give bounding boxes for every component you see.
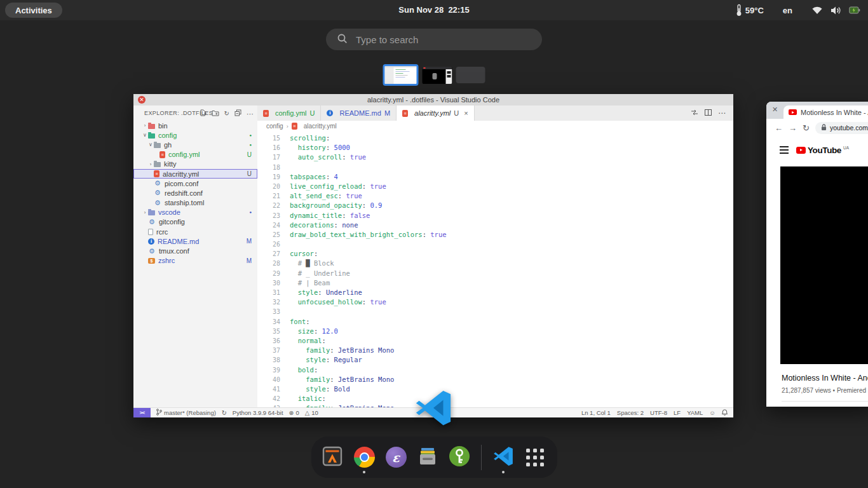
code-editor[interactable]: 15scrolling:16 history: 500017 auto_scro…: [257, 132, 733, 408]
status-item[interactable]: [722, 409, 728, 417]
explorer-item-redshift.conf[interactable]: redshift.conf: [133, 188, 257, 198]
dock-alacritty[interactable]: [321, 446, 344, 469]
breadcrumb-file[interactable]: alacritty.yml: [304, 123, 337, 130]
dock-app-grid[interactable]: [524, 446, 546, 469]
code-line[interactable]: 31 style: Underline: [257, 288, 733, 297]
explorer-item-vscode[interactable]: ›vscode●: [133, 208, 257, 217]
status-item[interactable]: master* (Rebasing): [156, 409, 216, 417]
status-item[interactable]: ☺: [709, 409, 715, 416]
explorer-item-rcrc[interactable]: rcrc: [133, 227, 257, 236]
breadcrumb-folder[interactable]: config: [266, 123, 283, 130]
system-tray[interactable]: 59°C en: [736, 0, 860, 20]
chrome-window[interactable]: ✕ Motionless In White - A ← → ↻ youtube.…: [766, 102, 868, 407]
code-line[interactable]: 34font:: [257, 317, 733, 327]
search-input[interactable]: Type to search: [326, 29, 542, 50]
code-line[interactable]: 27cursor:: [257, 249, 733, 259]
new-folder-icon[interactable]: [212, 110, 219, 118]
more-editor-actions-icon[interactable]: ⋯: [718, 109, 726, 118]
code-line[interactable]: 36 normal:: [257, 336, 733, 346]
explorer-item-zshrc[interactable]: zshrcM: [133, 256, 257, 266]
status-item[interactable]: YAML: [687, 409, 703, 416]
code-line[interactable]: 29 # _ Underline: [257, 269, 733, 278]
explorer-item-alacritty.yml[interactable]: alacritty.ymlU: [133, 169, 257, 179]
hamburger-menu-icon[interactable]: [780, 149, 789, 151]
collapse-folders-icon[interactable]: [234, 109, 241, 118]
code-line[interactable]: 28 # █ Block: [257, 259, 733, 268]
code-line[interactable]: 23dynamic_title: false: [257, 211, 733, 220]
code-line[interactable]: 37 family: JetBrains Mono: [257, 346, 733, 355]
vscode-window[interactable]: alacritty.yml - .dotfiles - Visual Studi…: [133, 94, 733, 417]
code-line[interactable]: 33: [257, 307, 733, 316]
dock-keepassxc[interactable]: [448, 446, 471, 469]
code-line[interactable]: 42 italic:: [257, 394, 733, 403]
address-bar[interactable]: youtube.com/wa: [815, 122, 868, 134]
explorer-item-config[interactable]: ∨config●: [133, 130, 257, 140]
tab-README.md[interactable]: README.mdM: [321, 105, 397, 121]
code-line[interactable]: 15scrolling:: [257, 133, 733, 143]
keyboard-layout[interactable]: en: [783, 6, 792, 15]
window-close-button[interactable]: ✕: [138, 96, 146, 104]
code-line[interactable]: 21alt_send_esc: true: [257, 191, 733, 201]
chrome-active-tab[interactable]: Motionless In White - A: [783, 105, 868, 119]
workspace-thumbnail-2[interactable]: [423, 67, 452, 84]
dock-files[interactable]: [416, 446, 439, 469]
status-item[interactable]: Spaces: 2: [617, 409, 644, 416]
video-player[interactable]: [780, 166, 868, 364]
code-line[interactable]: 24decorations: none: [257, 220, 733, 230]
new-file-icon[interactable]: [200, 109, 207, 118]
activities-button[interactable]: Activities: [5, 3, 62, 18]
status-item[interactable]: ⊗0: [289, 409, 299, 416]
code-line[interactable]: 35 size: 12.0: [257, 327, 733, 336]
explorer-item-picom.conf[interactable]: picom.conf: [133, 179, 257, 188]
tab-config.yml[interactable]: config.ymlU: [257, 105, 321, 121]
split-editor-icon[interactable]: [705, 109, 712, 117]
explorer-item-README.md[interactable]: README.mdM: [133, 236, 257, 246]
status-item[interactable]: Python 3.9.9 64-bit: [233, 409, 283, 416]
code-line[interactable]: 41 style: Bold: [257, 384, 733, 394]
code-line[interactable]: 20live_config_reload: true: [257, 182, 733, 191]
code-line[interactable]: 26: [257, 240, 733, 249]
reload-icon[interactable]: ↻: [803, 123, 810, 133]
code-line[interactable]: 40 family: JetBrains Mono: [257, 375, 733, 384]
explorer-item-config.yml[interactable]: config.ymlU: [133, 150, 257, 159]
forward-icon[interactable]: →: [789, 123, 797, 133]
bell-icon[interactable]: [722, 409, 728, 417]
explorer-item-gitconfig[interactable]: gitconfig: [133, 217, 257, 227]
explorer-item-tmux.conf[interactable]: tmux.conf: [133, 246, 257, 255]
code-line[interactable]: 32 unfocused_hollow: true: [257, 297, 733, 307]
explorer-item-starship.toml[interactable]: starship.toml: [133, 198, 257, 208]
back-icon[interactable]: ←: [775, 123, 783, 133]
more-actions-icon[interactable]: ⋯: [247, 111, 254, 116]
workspace-thumbnail-3[interactable]: [456, 67, 485, 83]
open-changes-icon[interactable]: [691, 109, 698, 117]
breadcrumb[interactable]: config › alacritty.yml: [257, 121, 733, 132]
status-item[interactable]: △10: [305, 409, 318, 416]
close-tab-icon[interactable]: ×: [464, 109, 468, 117]
dock-vscode[interactable]: [492, 446, 515, 469]
workspace-thumbnail-active[interactable]: [383, 64, 419, 86]
code-line[interactable]: 39 bold:: [257, 365, 733, 375]
status-item[interactable]: UTF-8: [650, 409, 667, 416]
explorer-item-bin[interactable]: ›bin: [133, 121, 257, 130]
dock-emacs[interactable]: ε: [384, 446, 407, 469]
tab-alacritty.yml[interactable]: alacritty.ymlU×: [397, 105, 475, 121]
remote-indicator[interactable]: ><: [133, 408, 151, 417]
refresh-icon[interactable]: ↻: [224, 110, 229, 117]
youtube-logo[interactable]: YouTube UA: [796, 146, 849, 155]
code-line[interactable]: 22background_opacity: 0.9: [257, 201, 733, 210]
code-line[interactable]: 30 # | Beam: [257, 278, 733, 288]
explorer-item-kitty[interactable]: ›kitty: [133, 159, 257, 169]
status-item[interactable]: ↻: [222, 409, 227, 416]
code-line[interactable]: 19tabspaces: 4: [257, 172, 733, 182]
code-line[interactable]: 16 history: 5000: [257, 143, 733, 152]
chrome-close-icon[interactable]: ✕: [772, 105, 778, 114]
code-line[interactable]: 18: [257, 163, 733, 172]
code-line[interactable]: 38 style: Regular: [257, 355, 733, 365]
explorer-item-gh[interactable]: ∨gh●: [133, 140, 257, 149]
status-item[interactable]: Ln 1, Col 1: [581, 409, 611, 416]
code-line[interactable]: 17 auto_scroll: true: [257, 152, 733, 162]
code-line[interactable]: 25draw_bold_text_with_bright_colors: tru…: [257, 230, 733, 240]
clock[interactable]: Sun Nov 28 22:15: [398, 0, 469, 20]
status-item[interactable]: LF: [674, 409, 681, 416]
dock-chrome[interactable]: [353, 446, 376, 469]
